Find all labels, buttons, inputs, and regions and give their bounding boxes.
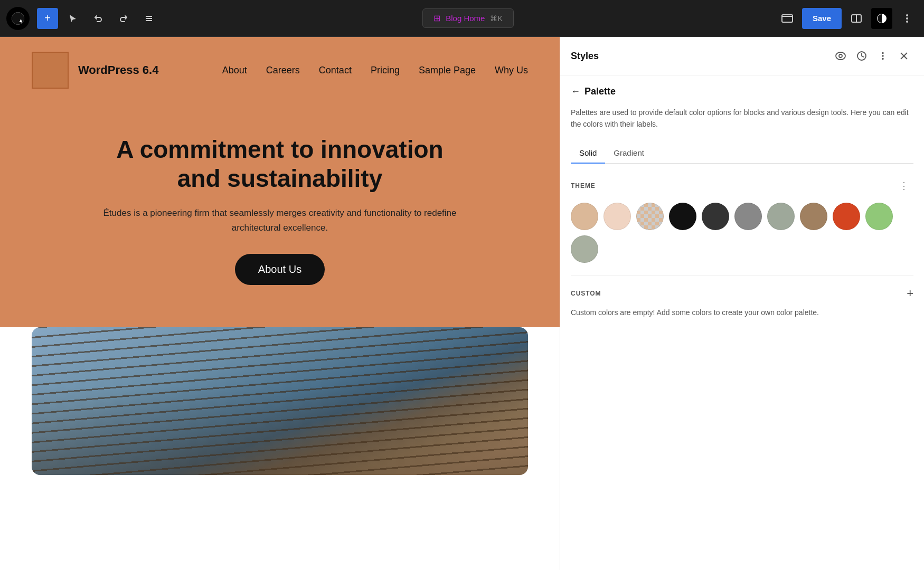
color-swatch-light-green[interactable]: [865, 203, 893, 230]
toolbar: + ⊞ Blog Home ⌘K: [0, 0, 924, 37]
blog-home-shortcut: ⌘K: [490, 14, 502, 23]
close-panel-button[interactable]: [894, 46, 913, 65]
theme-color-swatches: [571, 203, 913, 263]
split-view-button[interactable]: [846, 8, 867, 29]
site-title: WordPress 6.4: [78, 63, 158, 77]
color-swatch-sage-gray[interactable]: [571, 235, 598, 263]
canvas: WordPress 6.4 About Careers Contact Pric…: [0, 37, 560, 570]
wp-logo[interactable]: [6, 7, 30, 30]
undo-button[interactable]: [88, 8, 109, 29]
palette-tabs: Solid Gradient: [571, 143, 913, 164]
panel-options-button[interactable]: [873, 46, 892, 65]
preview-button[interactable]: [777, 8, 798, 29]
theme-group-header: THEME ⋮: [571, 176, 913, 195]
blog-home-label: Blog Home: [446, 14, 485, 23]
back-arrow-icon: ←: [571, 86, 580, 97]
theme-group-title: THEME: [571, 182, 596, 189]
palette-back-button[interactable]: ← Palette: [571, 86, 913, 97]
svg-point-15: [882, 52, 884, 54]
panel-header-icons: [831, 46, 913, 65]
redo-button[interactable]: [113, 8, 134, 29]
layout-icon: ⊞: [433, 13, 440, 23]
color-swatch-dark-gray[interactable]: [702, 203, 729, 230]
nav-pricing[interactable]: Pricing: [371, 65, 400, 76]
add-custom-color-button[interactable]: +: [907, 287, 913, 300]
hero-subtitle: Études is a pioneering firm that seamles…: [100, 206, 459, 234]
tab-solid[interactable]: Solid: [571, 143, 605, 164]
blog-home-pill[interactable]: ⊞ Blog Home ⌘K: [422, 8, 514, 28]
site-nav: About Careers Contact Pricing Sample Pag…: [222, 65, 528, 76]
svg-point-16: [882, 55, 884, 57]
hero-title: A commitment to innovation and sustainab…: [95, 135, 465, 193]
select-tool-button[interactable]: [62, 8, 83, 29]
hero-section: A commitment to innovation and sustainab…: [0, 103, 560, 327]
svg-point-13: [839, 54, 842, 58]
site-header: WordPress 6.4 About Careers Contact Pric…: [0, 37, 560, 103]
color-swatch-black[interactable]: [669, 203, 696, 230]
site-logo-area: WordPress 6.4: [32, 52, 158, 89]
color-swatch-tan-brown[interactable]: [800, 203, 827, 230]
nav-contact[interactable]: Contact: [319, 65, 352, 76]
color-swatch-dark-checkered[interactable]: [636, 203, 664, 230]
custom-group-title: CUSTOM: [571, 290, 601, 297]
tab-gradient[interactable]: Gradient: [605, 143, 653, 164]
palette-description: Palettes are used to provide default col…: [571, 107, 913, 130]
color-swatch-orange-red[interactable]: [833, 203, 860, 230]
custom-empty-text: Custom colors are empty! Add some colors…: [571, 307, 913, 318]
palette-label: Palette: [584, 86, 616, 97]
hero-cta-button[interactable]: About Us: [235, 254, 325, 285]
list-view-button[interactable]: [138, 8, 159, 29]
color-swatch-light-gray-green[interactable]: [767, 203, 795, 230]
svg-point-10: [906, 17, 908, 20]
preview-styles-button[interactable]: [831, 46, 850, 65]
add-button[interactable]: +: [37, 8, 58, 29]
theme-group-menu-button[interactable]: ⋮: [894, 176, 913, 195]
nav-careers[interactable]: Careers: [266, 65, 300, 76]
panel-header: Styles: [560, 37, 924, 75]
custom-section: CUSTOM + Custom colors are empty! Add so…: [571, 276, 913, 318]
nav-why-us[interactable]: Why Us: [495, 65, 528, 76]
options-menu-button[interactable]: [897, 8, 918, 29]
arch-slats: [32, 327, 528, 475]
svg-point-11: [906, 21, 908, 23]
svg-point-9: [906, 14, 908, 16]
save-button[interactable]: Save: [802, 8, 842, 29]
toolbar-right: Save: [777, 8, 918, 29]
nav-sample-page[interactable]: Sample Page: [419, 65, 476, 76]
custom-group-header: CUSTOM +: [571, 287, 913, 300]
svg-point-17: [882, 58, 884, 60]
dark-mode-toggle[interactable]: [871, 8, 892, 29]
palette-section: ← Palette Palettes are used to provide d…: [560, 75, 924, 570]
nav-about[interactable]: About: [222, 65, 247, 76]
color-swatch-warm-tan[interactable]: [571, 203, 598, 230]
architecture-image: [32, 327, 528, 475]
right-panel: Styles: [560, 37, 924, 570]
site-logo: [32, 52, 69, 89]
svg-point-12: [836, 52, 845, 60]
color-swatch-medium-gray[interactable]: [734, 203, 762, 230]
panel-title: Styles: [571, 51, 599, 62]
main-area: WordPress 6.4 About Careers Contact Pric…: [0, 37, 924, 570]
color-swatch-light-peach[interactable]: [604, 203, 631, 230]
history-button[interactable]: [852, 46, 871, 65]
